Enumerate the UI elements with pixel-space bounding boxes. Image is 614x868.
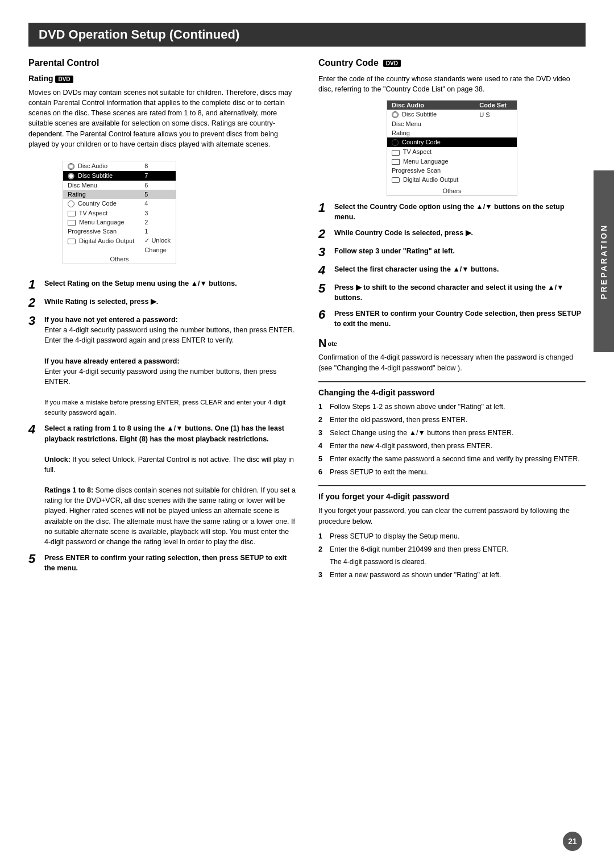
cc-menu-row-subtitle: Disc Subtitle U S bbox=[387, 110, 517, 119]
page-title: DVD Operation Setup (Continued) bbox=[39, 27, 239, 41]
country-code-intro: Enter the code of the country whose stan… bbox=[318, 74, 586, 94]
menu-row-empty: Change bbox=[63, 245, 176, 254]
page-number-badge: 21 bbox=[563, 832, 582, 851]
fp-step-1: 1 Press SETUP to display the Setup menu. bbox=[318, 531, 586, 541]
cc-menu-row-audio: Digital Audio Output bbox=[387, 175, 517, 184]
rating-menu-table: Disc Audio 8 Disc Subtitle 7 Disc Menu 6… bbox=[63, 161, 176, 264]
tv-icon bbox=[68, 211, 76, 216]
country-code-steps: 1 Select the Country Code option using t… bbox=[318, 202, 586, 329]
disc-icon bbox=[68, 173, 74, 180]
changing-password-steps: 1 Follow Steps 1-2 as shown above under … bbox=[318, 402, 586, 478]
cc-menu-row-tv-aspect: TV Aspect bbox=[387, 147, 517, 156]
cp-step-4: 4 Enter the new 4-digit password, then p… bbox=[318, 441, 586, 451]
cp-step-1: 1 Follow Steps 1-2 as shown above under … bbox=[318, 402, 586, 412]
cc-menu-row-progressive: Progressive Scan bbox=[387, 166, 517, 175]
rating-intro: Movies on DVDs may contain scenes not su… bbox=[28, 87, 296, 149]
rating-dvd-badge: DVD bbox=[55, 76, 73, 83]
left-column: Parental Control Rating DVD Movies on DV… bbox=[28, 58, 296, 583]
menu-header-row: Disc Audio Code Set bbox=[387, 101, 517, 110]
cc-menu-row-country-code: Country Code bbox=[387, 137, 517, 147]
cc-step-6: 6 Press ENTER to confirm your Country Co… bbox=[318, 308, 586, 329]
fp-step-2: 2 Enter the 6-digit number 210499 and th… bbox=[318, 544, 586, 554]
parental-control-heading: Parental Control bbox=[28, 58, 296, 68]
country-code-menu-table: Disc Audio Code Set Disc Subtitle U S Di… bbox=[387, 101, 517, 195]
menu-row-audio-output: Digital Audio Output ✓ Unlock bbox=[63, 236, 176, 245]
rating-heading: Rating DVD bbox=[28, 74, 296, 83]
globe-icon bbox=[68, 201, 74, 207]
divider-1 bbox=[318, 381, 586, 382]
note-text: Confirmation of the 4-digit password is … bbox=[318, 352, 586, 373]
rating-step-2: 2 While Rating is selected, press ▶. bbox=[28, 297, 296, 309]
cp-step-5: 5 Enter exactly the same password a seco… bbox=[318, 454, 586, 464]
cc-menu-row-rating: Rating bbox=[387, 128, 517, 137]
cc-menu-row-menu-lang: Menu Language bbox=[387, 157, 517, 166]
menu-row-progressive: Progressive Scan 1 bbox=[63, 227, 176, 236]
cc-menu-row-disc-menu: Disc Menu bbox=[387, 119, 517, 128]
forget-password-steps: 1 Press SETUP to display the Setup menu.… bbox=[318, 531, 586, 581]
cc-menu-row-others: Others bbox=[387, 186, 517, 195]
menu-row-menu-lang: Menu Language 2 bbox=[63, 218, 176, 227]
rating-step-3: 3 If you have not yet entered a password… bbox=[28, 315, 296, 418]
menu-row-disc-subtitle: Disc Subtitle 7 bbox=[63, 171, 176, 181]
cc-step-1: 1 Select the Country Code option using t… bbox=[318, 202, 586, 222]
cp-step-3: 3 Select Change using the ▲/▼ buttons th… bbox=[318, 428, 586, 438]
disc-icon bbox=[68, 163, 74, 170]
menu-row-country-code: Country Code 4 bbox=[63, 199, 176, 208]
lang-icon bbox=[68, 220, 76, 226]
right-column: Country Code DVD Enter the code of the c… bbox=[318, 58, 586, 583]
globe-icon bbox=[392, 139, 399, 146]
audio-icon bbox=[68, 239, 76, 244]
tv-icon bbox=[392, 150, 400, 156]
forget-password-heading: If you forget your 4-digit password bbox=[318, 492, 586, 501]
country-code-dvd-badge: DVD bbox=[383, 60, 401, 67]
side-tab-label: PREPARATION bbox=[599, 224, 608, 299]
cc-step-3: 3 Follow step 3 under "Rating" at left. bbox=[318, 246, 586, 258]
cp-step-6: 6 Press SETUP to exit the menu. bbox=[318, 467, 586, 477]
menu-row-tv-aspect: TV Aspect 3 bbox=[63, 208, 176, 218]
menu-row-rating: Rating 5 bbox=[63, 190, 176, 199]
two-column-layout: Parental Control Rating DVD Movies on DV… bbox=[28, 58, 586, 583]
forget-password-intro: If you forget your password, you can cle… bbox=[318, 506, 586, 526]
cc-step-5: 5 Press ▶ to shift to the second charact… bbox=[318, 282, 586, 303]
lang-icon bbox=[392, 159, 400, 165]
changing-password-heading: Changing the 4-digit password bbox=[318, 388, 586, 397]
rating-menu-screenshot: Disc Audio 8 Disc Subtitle 7 Disc Menu 6… bbox=[63, 161, 176, 264]
side-tab: PREPARATION bbox=[594, 170, 614, 352]
cp-step-2: 2 Enter the old password, then press ENT… bbox=[318, 415, 586, 425]
rating-step-1: 1 Select Rating on the Setup menu using … bbox=[28, 278, 296, 291]
divider-2 bbox=[318, 485, 586, 486]
rating-step-5: 5 Press ENTER to confirm your rating sel… bbox=[28, 553, 296, 573]
rating-step-4: 4 Select a rating from 1 to 8 using the … bbox=[28, 423, 296, 547]
page-container: DVD Operation Setup (Continued) Parental… bbox=[0, 0, 614, 868]
country-code-menu-screenshot: Disc Audio Code Set Disc Subtitle U S Di… bbox=[387, 100, 517, 195]
menu-row-others: Others bbox=[63, 254, 176, 264]
cc-step-2: 2 While Country Code is selected, press … bbox=[318, 228, 586, 240]
cc-step-4: 4 Select the first character using the ▲… bbox=[318, 264, 586, 277]
menu-row-disc-menu: Disc Menu 6 bbox=[63, 181, 176, 190]
menu-row: Disc Audio 8 bbox=[63, 161, 176, 171]
rating-steps: 1 Select Rating on the Setup menu using … bbox=[28, 278, 296, 573]
audio-icon bbox=[392, 177, 400, 183]
fp-step-3: 3 Enter a new password as shown under "R… bbox=[318, 570, 586, 580]
page-header: DVD Operation Setup (Continued) bbox=[28, 23, 586, 47]
fp-cleared-note: The 4-digit password is cleared. bbox=[318, 557, 586, 567]
disc-icon bbox=[392, 111, 399, 118]
country-code-heading: Country Code DVD bbox=[318, 58, 586, 68]
country-code-note: Note Confirmation of the 4-digit passwor… bbox=[318, 337, 586, 373]
